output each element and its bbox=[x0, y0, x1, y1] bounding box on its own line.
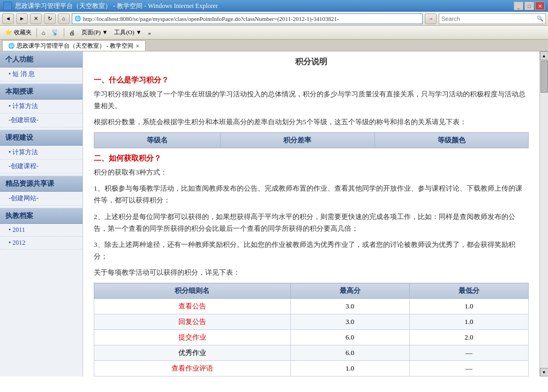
search-bar: 🔍 bbox=[439, 13, 546, 24]
scroll-up-button[interactable]: ▲ bbox=[540, 51, 549, 60]
tab-close-icon[interactable]: ✕ bbox=[136, 43, 140, 49]
toolbar-separator-1 bbox=[36, 28, 37, 37]
sidebar-section-premium-resource: 精品资源共享课 -创建网站- bbox=[0, 176, 82, 206]
sidebar: 个人功能 短 消 息 本期授课 计算方法 -创建班级- 课程建设 计算方法 -创… bbox=[0, 51, 83, 376]
points-row-name-link[interactable]: 查看公告 bbox=[178, 302, 206, 310]
main-area: 积分说明 一、什么是学习积分？ 学习积分很好地反映了一个学生在班级的学习活动投入… bbox=[83, 51, 548, 376]
sidebar-item-create-website[interactable]: -创建网站- bbox=[0, 192, 82, 206]
search-input[interactable] bbox=[439, 16, 535, 22]
points-row-min: 1.0 bbox=[409, 299, 528, 314]
maximize-button[interactable]: □ bbox=[524, 2, 534, 10]
sidebar-item-2012[interactable]: 2012 bbox=[0, 237, 82, 250]
points-table-header-name: 积分细则名 bbox=[94, 283, 291, 299]
points-table: 积分细则名 最高分 最低分 查看公告3.01.0回复公告3.01.0提交作业6.… bbox=[94, 283, 529, 376]
points-row-min: 2.0 bbox=[409, 330, 528, 345]
grade-table-header-name: 等级名 bbox=[94, 133, 221, 148]
search-button[interactable]: 🔍 bbox=[535, 14, 545, 24]
toolbar-separator-2 bbox=[64, 28, 64, 37]
sidebar-item-create-course[interactable]: -创建课程- bbox=[0, 160, 82, 174]
page-button[interactable]: 页面(P) ▼ bbox=[79, 27, 110, 37]
print-button[interactable]: 🖨 bbox=[66, 28, 78, 37]
table-row: 回复公告3.01.0 bbox=[94, 314, 529, 330]
tab-bar: 🌐 思政课学习管理平台（天空教室） - 教学空间 ✕ bbox=[0, 40, 548, 51]
stop-button[interactable]: ✕ bbox=[30, 13, 42, 24]
section1-heading: 一、什么是学习积分？ bbox=[94, 76, 529, 85]
section1-para1: 学习积分很好地反映了一个学生在班级的学习活动投入的总体情况，积分的多少与学习质量… bbox=[94, 88, 529, 112]
section2-intro: 积分的获取有3种方式： bbox=[94, 167, 529, 178]
browser-icon bbox=[3, 2, 12, 10]
points-table-header-min: 最低分 bbox=[409, 283, 528, 299]
sidebar-item-create-class[interactable]: -创建班级- bbox=[0, 114, 82, 127]
sidebar-heading-course-building: 课程建设 bbox=[0, 130, 82, 146]
table-row: 优秀作业6.0— bbox=[94, 345, 529, 361]
table-row: 查看公告3.01.0 bbox=[94, 299, 529, 314]
points-row-min: — bbox=[409, 345, 528, 361]
tab-favicon: 🌐 bbox=[8, 43, 14, 49]
scroll-down-button[interactable]: ▼ bbox=[540, 368, 549, 376]
table-row: 查看作业评语1.0— bbox=[94, 361, 529, 376]
tab-label: 思政课学习管理平台（天空教室） - 教学空间 bbox=[17, 42, 133, 50]
feeds-button[interactable]: 📡 bbox=[49, 28, 62, 37]
sidebar-item-messages[interactable]: 短 消 息 bbox=[0, 67, 82, 81]
address-text: http://localhost:8080/sc/page/myspace/cl… bbox=[83, 16, 339, 22]
go-button[interactable]: → bbox=[425, 13, 437, 24]
points-row-min: — bbox=[409, 361, 528, 376]
points-row-max: 6.0 bbox=[290, 330, 409, 345]
sidebar-item-calculation-method[interactable]: 计算方法 bbox=[0, 100, 82, 114]
grade-table-header-rate: 积分差率 bbox=[221, 133, 374, 148]
address-icon: 🌐 bbox=[74, 16, 81, 21]
points-row-name-link[interactable]: 提交作业 bbox=[178, 333, 206, 341]
grade-table-header-color: 等级颜色 bbox=[374, 133, 528, 148]
scroll-thumb[interactable] bbox=[541, 61, 548, 93]
title-bar: 思政课学习管理平台（天空教室） - 教学空间 - Windows Interne… bbox=[0, 0, 548, 12]
sidebar-item-calculation-method-2[interactable]: 计算方法 bbox=[0, 146, 82, 160]
section2-item3: 3、除去上述两种途径，还有一种教师奖励积分。比如您的作业被教师选为优秀作业了，或… bbox=[94, 239, 529, 262]
points-table-header-max: 最高分 bbox=[290, 283, 409, 299]
points-row-min: 1.0 bbox=[409, 314, 528, 330]
section1-para2: 根据积分数量，系统会根据学生积分和本班最高分的差率自动划分为5个等级，这五个等级… bbox=[94, 116, 529, 128]
sidebar-heading-current-course: 本期授课 bbox=[0, 84, 82, 100]
home-button[interactable]: ⌂ bbox=[58, 13, 70, 24]
section2-detail: 关于每项教学活动可以获得的积分，详见下表： bbox=[94, 267, 529, 278]
main-content: 积分说明 一、什么是学习积分？ 学习积分很好地反映了一个学生在班级的学习活动投入… bbox=[83, 51, 539, 376]
section2-item2: 2、上述积分是每位同学都可以获得的，如果想获得高于平均水平的积分，则需要更快速的… bbox=[94, 211, 529, 235]
sidebar-heading-premium-resource: 精品资源共享课 bbox=[0, 176, 82, 192]
sidebar-item-2011[interactable]: 2011 bbox=[0, 224, 82, 237]
scroll-track bbox=[540, 60, 548, 368]
sidebar-heading-teaching-archive: 执教档案 bbox=[0, 208, 82, 224]
points-row-name-link[interactable]: 查看作业评语 bbox=[171, 364, 213, 372]
sidebar-section-personal: 个人功能 短 消 息 bbox=[0, 51, 82, 81]
points-row-max: 1.0 bbox=[290, 361, 409, 376]
home-toolbar-button[interactable]: ⌂ bbox=[39, 28, 48, 37]
toolbar-bar: ⭐ 收藏夹 ⌂ 📡 🖨 页面(P) ▼ 工具(O) ▼ » bbox=[0, 26, 548, 40]
sidebar-section-course-building: 课程建设 计算方法 -创建课程- bbox=[0, 130, 82, 174]
close-button[interactable]: ✕ bbox=[535, 2, 545, 10]
sidebar-section-teaching-archive: 执教档案 2011 2012 bbox=[0, 208, 82, 250]
table-row: 提交作业6.02.0 bbox=[94, 330, 529, 345]
window-controls: _ □ ✕ bbox=[514, 2, 545, 10]
back-button[interactable]: ◄ bbox=[2, 13, 14, 24]
points-row-name-link[interactable]: 回复公告 bbox=[178, 318, 206, 326]
scrollbar: ▲ ▼ bbox=[539, 51, 548, 376]
refresh-button[interactable]: ↻ bbox=[44, 13, 56, 24]
points-row-max: 6.0 bbox=[290, 345, 409, 361]
navigation-bar: ◄ ► ✕ ↻ ⌂ 🌐 http://localhost:8080/sc/pag… bbox=[0, 12, 548, 26]
grade-table: 等级名 积分差率 等级颜色 bbox=[94, 132, 529, 148]
section2-item1: 1、积极参与每项教学活动，比如查阅教师发布的公告、完成教师布置的作业、查看其他同… bbox=[94, 183, 529, 206]
content-area: 积分说明 一、什么是学习积分？ 学习积分很好地反映了一个学生在班级的学习活动投入… bbox=[83, 51, 539, 376]
page-title: 积分说明 bbox=[94, 57, 529, 69]
window-title: 思政课学习管理平台（天空教室） - 教学空间 - Windows Interne… bbox=[15, 2, 218, 11]
page-container: 个人功能 短 消 息 本期授课 计算方法 -创建班级- 课程建设 计算方法 -创… bbox=[0, 51, 548, 376]
sidebar-section-current-course: 本期授课 计算方法 -创建班级- bbox=[0, 84, 82, 127]
extras-button[interactable]: » bbox=[145, 28, 154, 37]
section2-heading: 二、如何获取积分？ bbox=[94, 154, 529, 163]
address-bar[interactable]: 🌐 http://localhost:8080/sc/page/myspace/… bbox=[72, 13, 423, 24]
sidebar-heading-personal: 个人功能 bbox=[0, 51, 82, 67]
forward-button[interactable]: ► bbox=[16, 13, 28, 24]
tools-button[interactable]: 工具(O) ▼ bbox=[111, 27, 144, 37]
main-tab[interactable]: 🌐 思政课学习管理平台（天空教室） - 教学空间 ✕ bbox=[2, 40, 146, 51]
favorites-button[interactable]: ⭐ 收藏夹 bbox=[2, 27, 34, 37]
minimize-button[interactable]: _ bbox=[514, 2, 523, 10]
points-row-max: 3.0 bbox=[290, 299, 409, 314]
points-row-max: 3.0 bbox=[290, 314, 409, 330]
